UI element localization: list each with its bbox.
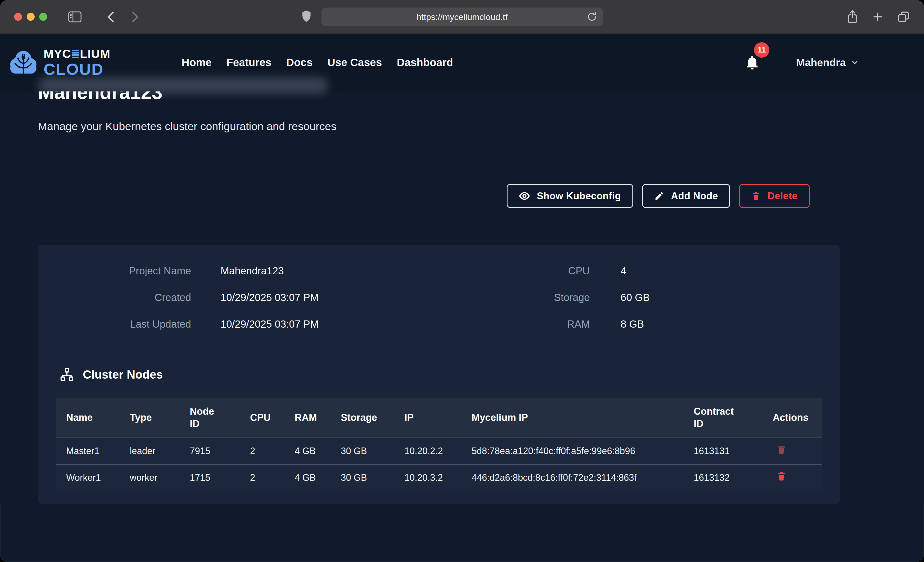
nav-link-dashboard[interactable]: Dashboard xyxy=(397,56,453,69)
detail-label: Last Updated xyxy=(38,317,191,331)
detail-value: 4 xyxy=(590,264,749,278)
cluster-details-panel: Project Name Mahendra123 Created 10/29/2… xyxy=(38,245,840,504)
traffic-light-minimize[interactable] xyxy=(27,13,34,21)
mycelium-cloud-logo[interactable]: MYCLIUM CLOUD xyxy=(7,46,110,79)
refresh-button[interactable] xyxy=(586,11,597,23)
logo-wordmark: MYCLIUM CLOUD xyxy=(44,47,110,78)
delete-node-button[interactable] xyxy=(773,471,786,482)
site-navbar: MYCLIUM CLOUD Home Features Docs Use Cas… xyxy=(0,34,924,91)
col-storage: Storage xyxy=(331,398,394,438)
details-right-column: CPU 4 Storage 60 GB RAM 8 GB xyxy=(422,264,749,331)
detail-label: CPU xyxy=(422,264,590,278)
url-text: https://myceliumcloud.tf xyxy=(417,12,507,22)
eye-icon xyxy=(519,190,530,202)
nav-link-features[interactable]: Features xyxy=(226,56,272,69)
forward-chevron-icon xyxy=(130,10,141,23)
cell-contract-id: 1613132 xyxy=(684,465,762,491)
detail-label: Storage xyxy=(422,290,590,305)
page-title-clip: Mahendra123 xyxy=(38,91,924,104)
col-cpu: CPU xyxy=(240,398,284,438)
user-name: Mahendra xyxy=(796,57,846,69)
cell-cpu: 2 xyxy=(240,438,284,465)
cell-ip: 10.20.2.2 xyxy=(394,438,461,465)
back-button[interactable] xyxy=(105,10,116,23)
back-chevron-icon xyxy=(105,10,116,23)
detail-label: Created xyxy=(38,290,191,305)
nav-link-docs[interactable]: Docs xyxy=(286,56,313,69)
sidebar-toggle-button[interactable] xyxy=(68,11,81,22)
table-row: Master1 leader 7915 2 4 GB 30 GB 10.20.2… xyxy=(56,438,822,465)
cell-type: worker xyxy=(120,465,180,491)
nav-link-use-cases[interactable]: Use Cases xyxy=(327,56,382,69)
sitemap-icon xyxy=(60,368,74,381)
detail-value: 60 GB xyxy=(590,290,749,305)
logo-line2: CLOUD xyxy=(44,61,110,78)
cluster-actions: Show Kubeconfig Add Node Delete xyxy=(38,184,840,208)
section-title: Cluster Nodes xyxy=(83,367,163,382)
plus-icon xyxy=(872,11,884,23)
show-kubeconfig-button[interactable]: Show Kubeconfig xyxy=(507,184,633,208)
detail-value: Mahendra123 xyxy=(191,264,422,278)
cell-type: leader xyxy=(120,438,180,465)
trash-icon xyxy=(776,471,786,481)
logo-line1: MYCLIUM xyxy=(44,47,110,60)
trash-icon xyxy=(776,444,786,455)
blur-smudge xyxy=(39,77,328,94)
privacy-shield-icon xyxy=(301,10,312,24)
cell-actions xyxy=(762,438,822,465)
cell-ram: 4 GB xyxy=(284,438,331,465)
cell-storage: 30 GB xyxy=(331,438,394,465)
cloud-tree-logo-icon xyxy=(7,46,39,79)
delete-cluster-button[interactable]: Delete xyxy=(739,184,810,208)
delete-node-button[interactable] xyxy=(773,444,786,456)
tab-overview-button[interactable] xyxy=(897,10,910,23)
col-ip: IP xyxy=(394,398,461,438)
col-mycelium-ip: Mycelium IP xyxy=(461,398,684,438)
share-button[interactable] xyxy=(846,10,859,24)
cell-name: Master1 xyxy=(56,438,120,465)
address-bar[interactable]: https://myceliumcloud.tf xyxy=(321,7,603,26)
col-type: Type xyxy=(120,398,180,438)
traffic-light-zoom[interactable] xyxy=(39,13,47,21)
navbar-right: 11 Mahendra xyxy=(744,54,859,72)
share-icon xyxy=(846,10,859,24)
cluster-details-grid: Project Name Mahendra123 Created 10/29/2… xyxy=(38,264,840,331)
detail-label: Project Name xyxy=(38,264,191,278)
cell-contract-id: 1613131 xyxy=(684,438,762,465)
tabs-icon xyxy=(897,10,910,23)
traffic-light-close[interactable] xyxy=(14,13,22,21)
col-name: Name xyxy=(56,398,120,438)
cell-mycelium-ip: 5d8:78ea:a120:f40c:ff0f:a5fe:99e6:8b96 xyxy=(461,438,684,465)
col-contract-id: Contract ID xyxy=(684,398,762,438)
cell-storage: 30 GB xyxy=(331,465,394,491)
cell-node-id: 7915 xyxy=(180,438,240,465)
detail-value: 10/29/2025 03:07 PM xyxy=(191,290,422,305)
sidebar-icon xyxy=(68,11,81,22)
cell-node-id: 1715 xyxy=(180,465,240,491)
notifications-button[interactable]: 11 xyxy=(744,54,760,72)
details-left-column: Project Name Mahendra123 Created 10/29/2… xyxy=(38,264,422,331)
nav-link-home[interactable]: Home xyxy=(182,56,212,69)
table-header: Name Type Node ID CPU RAM Storage IP Myc… xyxy=(56,398,822,438)
page-title: Mahendra123 xyxy=(38,91,924,103)
col-node-id: Node ID xyxy=(180,398,240,438)
browser-window: https://myceliumcloud.tf xyxy=(0,0,924,562)
col-actions: Actions xyxy=(762,398,822,438)
pencil-icon xyxy=(654,191,664,201)
chevron-down-icon xyxy=(850,58,859,67)
cell-cpu: 2 xyxy=(240,465,284,491)
nav-links: Home Features Docs Use Cases Dashboard xyxy=(182,56,453,69)
forward-button[interactable] xyxy=(130,10,141,23)
table-row: Worker1 worker 1715 2 4 GB 30 GB 10.20.3… xyxy=(56,465,822,491)
detail-value: 10/29/2025 03:07 PM xyxy=(191,317,422,331)
cell-ram: 4 GB xyxy=(284,465,331,491)
detail-value: 8 GB xyxy=(590,317,749,331)
logo-e-bars xyxy=(72,50,79,58)
trash-icon xyxy=(751,191,761,201)
add-node-button[interactable]: Add Node xyxy=(642,184,730,208)
cell-name: Worker1 xyxy=(56,465,120,491)
new-tab-button[interactable] xyxy=(872,11,884,23)
cell-actions xyxy=(762,465,822,491)
cell-ip: 10.20.3.2 xyxy=(394,465,461,491)
user-menu[interactable]: Mahendra xyxy=(796,57,859,69)
